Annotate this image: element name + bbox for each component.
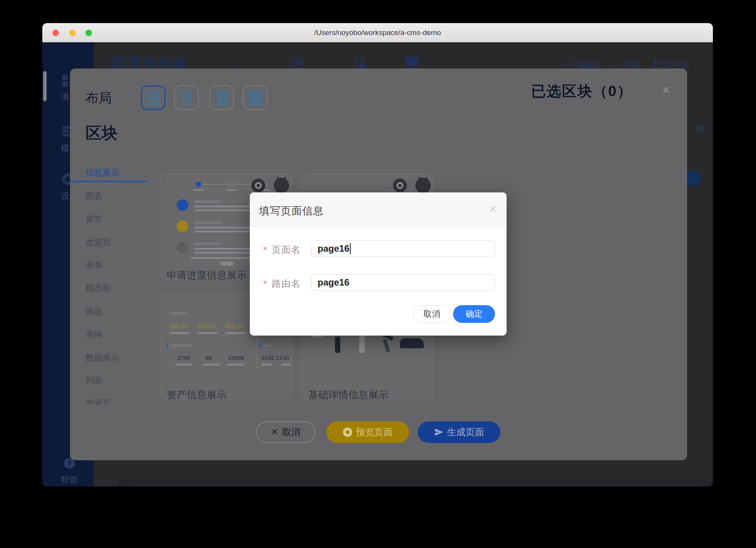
close-icon[interactable]: × [662,83,670,97]
eye-icon[interactable] [393,179,407,192]
stat-value: 2795 [177,354,190,361]
cancel-button[interactable]: ✕ 取消 [256,421,316,443]
required-asterisk: * [263,279,267,289]
category-form[interactable]: 表单 [85,259,102,271]
layout-option-header-sider[interactable] [141,85,166,110]
file-add-icon[interactable] [355,57,364,69]
layout-section-label: 布局 [85,89,112,107]
cancel-button-label: 取消 [282,426,301,438]
dialog-cancel-button[interactable]: 取消 [413,305,451,323]
category-filter[interactable]: 筛选 [85,306,102,317]
block-card-title: 申请进度信息展示 [167,269,247,282]
stat-value: 23999 [228,354,244,361]
partial-dependency-text: 赖 [697,123,705,135]
blocks-section-title: 区块 [85,122,118,144]
generate-page-button[interactable]: 生成页面 [418,421,500,443]
preview-page-button[interactable]: 预览页面 [326,421,409,443]
layout-two-column-icon [179,90,194,107]
eye-icon [343,428,352,437]
dialog-title: 填写页面信息 [259,204,324,218]
page-name-value: page16 [318,243,350,254]
dialog-ok-button[interactable]: 确定 [453,305,495,323]
screen: /Users/noyobo/workspace/a-cms-demo 项目 模板… [0,0,756,548]
category-chart[interactable]: 图表 [85,190,102,202]
folder-icon [654,62,662,68]
layout-option-header-two-col[interactable] [174,85,199,110]
partial-install-button [685,170,701,186]
sidebar-scrollbar[interactable] [43,71,47,101]
close-icon[interactable]: × [489,202,497,215]
close-icon: ✕ [271,427,278,437]
sidebar-item-label: 帮助 [61,474,79,486]
category-login[interactable]: 登录页 [85,398,111,405]
page-name-label: 页面名 [272,244,301,256]
dialog-header: 填写页面信息 × [250,192,507,227]
page-name-row: * 页面名 page16 [250,240,507,257]
layout-header-content-icon [215,90,229,107]
github-icon[interactable] [415,178,431,193]
stat-value: $182.13 [261,354,282,361]
monitor-icon[interactable] [406,57,418,66]
stat-value: 99 [205,354,212,361]
category-list: 信息展示 图表 异常 欢迎页 表单 模态框 筛选 表格 数据展示 列表 登录页 [70,157,156,405]
layout-header-sider-icon [147,90,161,107]
text-cursor [350,243,351,254]
generate-button-label: 生成页面 [447,426,484,438]
window-title: /Users/noyobo/workspace/a-cms-demo [42,23,713,42]
active-category-underline [70,181,147,182]
stat-value: $96.24 [170,323,187,329]
category-table[interactable]: 表格 [85,329,102,340]
block-card-title: 基础详情信息展示 [308,388,388,402]
category-modal[interactable]: 模态框 [85,282,111,294]
record-icon[interactable] [292,57,304,69]
stat-value: 30 [283,354,289,361]
bottom-list-area: CreateTag [94,480,713,486]
layout-option-blank[interactable] [243,85,268,110]
route-name-label: 路由名 [272,277,301,290]
category-exception[interactable]: 异常 [85,214,102,225]
category-data-display[interactable]: 数据展示 [85,352,119,364]
layout-blank-icon [248,90,263,107]
category-info-display[interactable]: 信息展示 [85,167,119,179]
category-list-blocks[interactable]: 列表 [85,375,102,386]
app-window: /Users/noyobo/workspace/a-cms-demo 项目 模板… [42,23,713,486]
route-name-value: page16 [318,277,350,288]
macos-titlebar[interactable]: /Users/noyobo/workspace/a-cms-demo [42,23,713,42]
terminal-icon: >_ [614,61,622,69]
layout-option-header-content[interactable] [209,85,234,110]
paper-plane-icon [434,428,443,437]
preview-button-label: 预览页面 [356,426,393,438]
github-icon[interactable] [274,178,289,193]
route-name-input[interactable]: page16 [311,274,495,291]
page-info-dialog: 填写页面信息 × * 页面名 page16 * 路由名 page16 取消 确定 [250,192,507,336]
stat-value: $96.24 [197,323,215,329]
eye-icon[interactable] [251,179,265,192]
page-name-input[interactable]: page16 [311,240,495,257]
list-gutter [94,480,118,486]
stat-value: $96.24 [225,323,243,329]
block-card-title: 资产信息展示 [167,388,227,402]
required-asterisk: * [263,245,267,256]
category-welcome[interactable]: 欢迎页 [85,237,111,248]
code-icon: </> [563,61,573,69]
selected-blocks-title: 已选区块（0） [531,82,632,101]
route-name-row: * 路由名 page16 [250,274,507,291]
divider [131,485,701,486]
